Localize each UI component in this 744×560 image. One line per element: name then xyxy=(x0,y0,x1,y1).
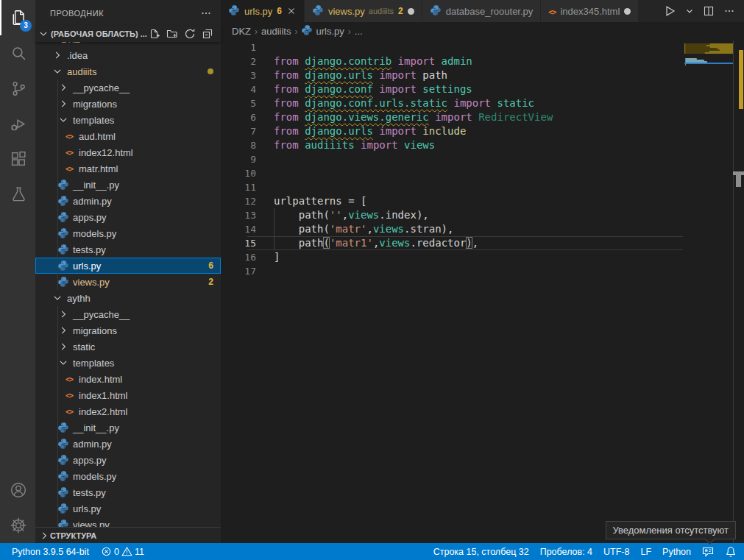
split-editor-button[interactable] xyxy=(703,5,715,17)
tree-item-index1.html[interactable]: <>index1.html xyxy=(35,387,221,403)
code-token: , xyxy=(342,209,348,221)
tree-item-tests.py[interactable]: tests.py xyxy=(35,241,221,258)
python-interpreter[interactable]: Python 3.9.5 64-bit xyxy=(12,547,89,557)
search-icon xyxy=(10,44,28,63)
cursor-position[interactable]: Строка 15, столбец 32 xyxy=(433,547,529,557)
run-dropdown[interactable] xyxy=(685,7,694,15)
tree-item-static[interactable]: static xyxy=(35,339,221,355)
code-line-text: urlpatterns = [ xyxy=(274,194,366,208)
activity-run-debug[interactable] xyxy=(0,106,35,141)
indentation[interactable]: Пробелов: 4 xyxy=(540,547,592,557)
tree-item--init-.py[interactable]: __init__.py xyxy=(35,177,221,193)
code-editor[interactable]: 12from django.contrib import admin3from … xyxy=(221,40,744,543)
tree-item-dkz[interactable]: DKZ xyxy=(35,42,221,47)
code-token: django.conf xyxy=(305,83,373,95)
tree-item-aud.html[interactable]: <>aud.html xyxy=(35,128,221,144)
outline-section-header[interactable]: СТРУКТУРА xyxy=(35,527,221,543)
tree-item-templates[interactable]: templates xyxy=(35,355,221,371)
activity-source-control[interactable] xyxy=(0,71,35,106)
tree-item-index.html[interactable]: <>index.html xyxy=(35,371,221,387)
tree-item-.idea[interactable]: .idea xyxy=(35,47,221,63)
tab-label: database_roouter.py xyxy=(446,6,534,17)
encoding[interactable]: UTF-8 xyxy=(603,547,629,557)
activity-explorer[interactable]: 3 xyxy=(0,0,35,35)
new-folder-icon[interactable] xyxy=(166,28,178,40)
extensions-icon xyxy=(10,150,28,169)
activity-account[interactable] xyxy=(0,472,35,508)
problems-indicator[interactable]: 0 11 xyxy=(101,546,144,557)
tree-item-label: models.py xyxy=(73,228,116,239)
refresh-icon[interactable] xyxy=(184,28,196,40)
breadcrumb-item[interactable]: DKZ xyxy=(232,26,251,37)
tree-item-models.py[interactable]: models.py xyxy=(35,468,221,484)
workspace-section-header[interactable]: (РАБОЧАЯ ОБЛАСТЬ) ... xyxy=(35,26,221,42)
code-line-text: path('',views.index), xyxy=(274,208,429,222)
tab-database-roouter.py[interactable]: database_roouter.py xyxy=(422,0,542,22)
tree-item-apps.py[interactable]: apps.py xyxy=(35,209,221,225)
tree-item-label: __init__.py xyxy=(73,422,119,433)
collapse-all-icon[interactable] xyxy=(202,28,213,40)
tree-item-matr.html[interactable]: <>matr.html xyxy=(35,160,221,177)
tree-item-templates[interactable]: templates xyxy=(35,112,221,128)
tree-item-aythh[interactable]: aythh xyxy=(35,290,221,306)
minimap[interactable] xyxy=(684,42,734,130)
tree-item-audiiits[interactable]: audiiits xyxy=(35,63,221,79)
activity-settings[interactable] xyxy=(0,508,35,543)
line-number: 3 xyxy=(221,68,256,82)
editor-group: urls.py6views.pyaudiiits2database_rooute… xyxy=(221,0,744,543)
eol-sequence[interactable]: LF xyxy=(640,547,651,557)
tree-item-views.py[interactable]: views.py xyxy=(35,517,221,527)
python-file-icon xyxy=(57,195,69,207)
run-button[interactable] xyxy=(663,4,676,18)
more-actions-icon[interactable] xyxy=(200,7,212,19)
tree-item-tests.py[interactable]: tests.py xyxy=(35,484,221,500)
close-tab-icon[interactable] xyxy=(286,6,297,16)
breadcrumb-item[interactable]: audiiits xyxy=(261,26,291,37)
tree-item--pycache-[interactable]: __pycache__ xyxy=(35,79,221,96)
language-mode[interactable]: Python xyxy=(662,547,691,557)
tree-item-urls.py[interactable]: urls.py xyxy=(35,500,221,517)
tree-item-index12.html[interactable]: <>index12.html xyxy=(35,144,221,160)
activity-search[interactable] xyxy=(0,35,35,71)
activity-extensions[interactable] xyxy=(0,141,35,177)
tree-item-admin.py[interactable]: admin.py xyxy=(35,193,221,209)
code-token: django.urls xyxy=(305,125,373,137)
code-token xyxy=(392,55,397,67)
tree-item-admin.py[interactable]: admin.py xyxy=(35,436,221,452)
tab-urls.py[interactable]: urls.py6 xyxy=(221,0,305,22)
tree-item-label: __init__.py xyxy=(73,180,119,191)
tab-index345.html[interactable]: <>index345.html xyxy=(541,0,639,22)
status-bar-right: Строка 15, столбец 32 Пробелов: 4 UTF-8 … xyxy=(433,546,737,558)
tree-item--init-.py[interactable]: __init__.py xyxy=(35,419,221,436)
tab-views.py[interactable]: views.pyaudiiits2 xyxy=(305,0,422,22)
indent-guide xyxy=(57,452,58,468)
notifications-bell-icon[interactable] xyxy=(725,546,737,558)
tree-item-models.py[interactable]: models.py xyxy=(35,225,221,241)
feedback-icon[interactable] xyxy=(702,546,714,558)
code-token: , xyxy=(366,223,372,235)
code-token: django.conf.urls.static xyxy=(305,97,447,109)
tree-item-views.py[interactable]: views.py2 xyxy=(35,274,221,290)
tree-item-label: admin.py xyxy=(73,439,112,450)
breadcrumb-item[interactable]: ... xyxy=(355,26,363,37)
tree-item-index2.html[interactable]: <>index2.html xyxy=(35,403,221,419)
tree-item-urls.py[interactable]: urls.py6 xyxy=(35,258,221,274)
python-file-icon xyxy=(57,438,69,450)
new-file-icon[interactable] xyxy=(149,28,160,40)
editor-scrollbar-thumb[interactable] xyxy=(733,171,744,188)
tree-item--pycache-[interactable]: __pycache__ xyxy=(35,306,221,322)
code-token: path( xyxy=(274,223,330,235)
breadcrumb-item-label: urls.py xyxy=(316,26,344,37)
breadcrumb-item[interactable]: urls.py xyxy=(301,24,344,38)
tree-item-label: aythh xyxy=(67,293,91,304)
code-token: path( xyxy=(274,209,330,221)
code-token: django.contrib xyxy=(305,55,392,67)
modified-dot xyxy=(624,8,631,15)
tree-item-migrations[interactable]: migrations xyxy=(35,322,221,339)
tree-item-migrations[interactable]: migrations xyxy=(35,96,221,112)
tab-problems-badge: 6 xyxy=(277,6,282,16)
more-actions-button[interactable] xyxy=(723,5,735,17)
code-token: ( xyxy=(323,237,329,249)
tree-item-apps.py[interactable]: apps.py xyxy=(35,452,221,468)
activity-testing[interactable] xyxy=(0,177,35,212)
